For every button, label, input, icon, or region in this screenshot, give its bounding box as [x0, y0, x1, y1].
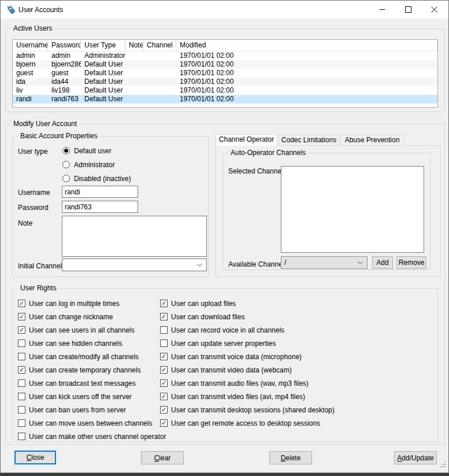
checkbox-user-can-record-voice-in-all-channels[interactable]: User can record voice in all channels [160, 326, 335, 334]
checkbox-user-can-transmit-audio-files-wav-mp3-files[interactable]: ✓User can transmit audio files (wav, mp3… [160, 379, 335, 388]
available-channels-value: / [284, 259, 286, 267]
column-header-username[interactable]: Username [13, 40, 48, 51]
minimize-button[interactable] [369, 1, 395, 19]
checkbox-label: User can record voice in all channels [171, 326, 284, 334]
checkbox-box-icon [160, 340, 168, 347]
selected-channels-listbox[interactable] [281, 166, 424, 253]
checkbox-user-can-transmit-voice-data-microphone[interactable]: ✓User can transmit voice data (microphon… [160, 352, 335, 361]
radio-default-user[interactable]: Default user [62, 146, 131, 155]
checkbox-label: User can create/modify all channels [29, 353, 139, 361]
table-row-bjoern[interactable]: bjoernbjoern286Default User1970/01/01 02… [13, 60, 437, 69]
checkbox-user-can-get-remote-access-to-desktop-sessions[interactable]: ✓User can get remote access to desktop s… [160, 419, 335, 427]
initial-channel-combobox[interactable] [62, 259, 207, 271]
table-cell: Default User [81, 86, 125, 95]
table-row-admin[interactable]: adminadminAdministrator1970/01/01 02:00 [13, 51, 437, 60]
checkbox-user-can-broadcast-text-messages[interactable]: User can broadcast text messages [18, 379, 166, 388]
column-header-user-type[interactable]: User Type [81, 40, 125, 51]
table-cell [125, 51, 143, 60]
table-row-liv[interactable]: livliv198Default User1970/01/01 02:00 [13, 86, 437, 95]
checkbox-label: User can update server properties [171, 340, 276, 348]
add-button[interactable]: Add [372, 256, 393, 269]
checkbox-user-can-create-temporary-channels[interactable]: ✓User can create temporary channels [18, 366, 166, 374]
available-channels-combobox[interactable]: / [281, 256, 368, 269]
table-cell: liv [13, 86, 48, 95]
checkbox-user-can-move-users-between-channels[interactable]: User can move users between channels [18, 419, 166, 427]
checkbox-box-icon: ✓ [160, 366, 168, 374]
table-cell [143, 95, 176, 104]
add-update-button[interactable]: Add/Update [394, 451, 437, 464]
username-label: Username [18, 189, 50, 197]
radio-label: Default user [74, 147, 112, 155]
checkbox-box-icon [18, 379, 25, 387]
column-header-password[interactable]: Password [48, 40, 81, 51]
checkbox-box-icon: ✓ [160, 379, 168, 387]
checkbox-user-can-transmit-video-files-avi-mp4-files[interactable]: ✓User can transmit video files (avi, mp4… [160, 392, 335, 401]
radio-circle-icon [62, 175, 70, 182]
checkbox-user-can-transmit-video-data-webcam[interactable]: ✓User can transmit video data (webcam) [160, 366, 335, 374]
checkbox-label: User can change nickname [29, 313, 113, 321]
radio-disabled-inactive[interactable]: Disabled (inactive) [62, 174, 131, 183]
checkbox-user-can-download-files[interactable]: ✓User can download files [160, 312, 335, 321]
active-users-table[interactable]: UsernamePasswordUser TypeNoteChannelModi… [12, 39, 438, 108]
checkbox-user-can-upload-files[interactable]: ✓User can upload files [160, 299, 335, 308]
table-cell: bjoern [13, 60, 48, 69]
checkbox-label: User can broadcast text messages [29, 379, 136, 388]
close-button[interactable]: Close [14, 451, 56, 464]
checkbox-user-can-transmit-desktop-sessions-shared-desktop[interactable]: ✓User can transmit desktop sessions (sha… [160, 405, 335, 414]
column-header-modified[interactable]: Modified [176, 40, 437, 51]
checkbox-box-icon: ✓ [160, 353, 168, 360]
table-row-randi[interactable]: randirandi763Default User1970/01/01 02:0… [13, 95, 437, 104]
checkbox-box-icon: ✓ [18, 366, 25, 374]
checkbox-label: User can transmit video files (avi, mp4 … [171, 393, 305, 401]
checkbox-box-icon: ✓ [160, 419, 168, 427]
table-row-guest[interactable]: guestguestDefault User1970/01/01 02:00 [13, 69, 437, 78]
checkbox-box-icon [18, 433, 25, 440]
checkbox-user-can-log-in-multiple-times[interactable]: ✓User can log in multiple times [18, 299, 166, 308]
tab-channel-operator[interactable]: Channel Operator [216, 134, 277, 146]
table-cell [143, 69, 176, 78]
table-cell: randi [13, 95, 48, 104]
title-bar[interactable]: User Accounts [1, 1, 448, 19]
clear-button[interactable]: Clear [141, 451, 184, 464]
resize-grip[interactable] [440, 462, 446, 467]
checkbox-box-icon [160, 326, 168, 334]
remove-button[interactable]: Remove [396, 256, 426, 269]
checkbox-user-can-ban-users-from-server[interactable]: User can ban users from server [18, 405, 166, 414]
column-header-note[interactable]: Note [125, 40, 143, 51]
maximize-icon [405, 6, 411, 13]
checkbox-box-icon [18, 353, 25, 360]
radio-label: Administrator [74, 161, 115, 169]
close-icon [431, 6, 437, 13]
checkbox-user-can-kick-users-off-the-server[interactable]: User can kick users off the server [18, 392, 166, 401]
note-input[interactable] [62, 216, 207, 257]
checkbox-user-can-see-hidden-channels[interactable]: User can see hidden channels [18, 339, 166, 348]
password-input[interactable] [62, 201, 138, 213]
initial-channel-label: Initial Channel [18, 262, 62, 270]
table-cell: Default User [81, 60, 125, 69]
checkbox-user-can-see-users-in-all-channels[interactable]: ✓User can see users in all channels [18, 326, 166, 334]
username-input[interactable] [62, 186, 138, 198]
checkbox-label: User can upload files [171, 300, 236, 308]
radio-circle-icon [62, 147, 70, 154]
window-title: User Accounts [18, 6, 63, 14]
tab-abuse-prevention[interactable]: Abuse Prevention [340, 135, 404, 146]
checkbox-label: User can transmit video data (webcam) [171, 366, 292, 374]
checkbox-user-can-create-modify-all-channels[interactable]: User can create/modify all channels [18, 352, 166, 361]
table-cell: randi763 [48, 95, 81, 104]
radio-label: Disabled (inactive) [74, 175, 131, 183]
table-row-ida[interactable]: idaida44Default User1970/01/01 02:00 [13, 78, 437, 86]
table-cell: guest [48, 69, 81, 78]
close-window-button[interactable] [421, 1, 447, 19]
checkbox-user-can-make-other-users-channel-operator[interactable]: User can make other users channel operat… [18, 432, 166, 441]
delete-button[interactable]: Delete [269, 451, 312, 464]
column-header-channel[interactable]: Channel [143, 40, 176, 51]
table-cell: 1970/01/01 02:00 [176, 86, 437, 95]
table-cell: 1970/01/01 02:00 [176, 69, 437, 78]
table-cell: liv198 [48, 86, 81, 95]
radio-administrator[interactable]: Administrator [62, 160, 131, 169]
checkbox-user-can-update-server-properties[interactable]: User can update server properties [160, 339, 335, 348]
table-cell [143, 60, 176, 69]
checkbox-user-can-change-nickname[interactable]: ✓User can change nickname [18, 312, 166, 321]
maximize-button[interactable] [395, 1, 421, 19]
tab-codec-limitations[interactable]: Codec Limitations [279, 135, 339, 146]
